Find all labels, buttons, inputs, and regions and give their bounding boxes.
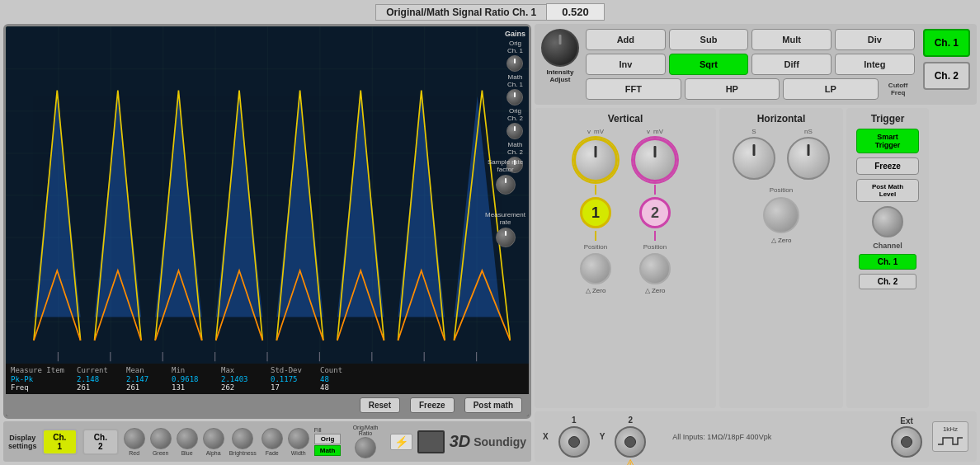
ch2-vertical-knob[interactable]: [633, 138, 677, 182]
green-knob[interactable]: [150, 428, 172, 449]
fft-button[interactable]: FFT: [586, 78, 681, 100]
fill-orig-button[interactable]: Orig: [314, 434, 342, 444]
horiz-position-label: Position: [770, 186, 793, 194]
logo-area: 3D Soundigy: [450, 432, 526, 451]
gains-math-ch1-knob[interactable]: [506, 89, 523, 106]
width-label: Width: [291, 450, 306, 456]
freeze-trigger-button[interactable]: Freeze: [856, 157, 919, 175]
integ-button[interactable]: Integ: [835, 54, 915, 75]
logo-3d-icon: 3D: [450, 432, 471, 451]
horizontal-knobs-row: S nS: [733, 128, 830, 180]
cal-freq-label: 1kHz: [943, 425, 958, 433]
orig-math-ratio-group: Orig/Math Ratio: [346, 425, 384, 458]
bnc-y2-connector: [615, 426, 646, 458]
display-settings-label: Displaysettings: [8, 434, 37, 450]
fade-knob[interactable]: [261, 428, 283, 449]
hp-button[interactable]: HP: [685, 78, 780, 100]
warning-triangle-icon: ⚠: [624, 456, 637, 465]
red-label: Red: [129, 450, 139, 456]
horiz-unit2: nS: [804, 128, 813, 135]
math-row3: FFT HP LP CutoffFreq: [586, 78, 915, 100]
display-ch1-button[interactable]: Ch. 1: [42, 429, 78, 455]
all-inputs-label: All Inputs: 1MΩ//18pF 400Vpk: [672, 433, 771, 441]
math-row1: Add Sub Mult Div: [586, 29, 915, 50]
bnc-y2-group: 2 ⚠: [615, 416, 646, 458]
gains-orig-ch2-knob[interactable]: [506, 123, 523, 139]
gains-orig-ch2-group: OrigCh. 2: [505, 107, 525, 139]
ch2-position-label: Position: [643, 243, 667, 251]
width-knob[interactable]: [288, 428, 309, 449]
trigger-ch1-button[interactable]: Ch. 1: [859, 254, 916, 270]
alpha-knob-group: Alpha: [203, 428, 224, 456]
horiz-position-knob[interactable]: [763, 197, 799, 233]
orig-math-ratio-knob[interactable]: [355, 437, 376, 458]
horiz-unit1: S: [751, 128, 756, 135]
ch1-vertical-knob[interactable]: [573, 138, 618, 182]
sqrt-button[interactable]: Sqrt: [669, 54, 749, 75]
vertical-title: Vertical: [608, 113, 643, 124]
intensity-knob[interactable]: [541, 29, 579, 67]
middle-right-area: Vertical v mV: [535, 108, 977, 408]
div-button[interactable]: Div: [835, 29, 915, 50]
ch1-top-button[interactable]: Ch. 1: [923, 29, 970, 57]
horiz-zero-label: △ Zero: [771, 237, 792, 244]
blue-label: Blue: [181, 450, 193, 456]
fill-group: Fill Orig Math: [314, 427, 342, 456]
freeze-button[interactable]: Freeze: [410, 397, 455, 413]
measure-header-row: Measure Item Current Mean Min Max Std-De…: [11, 366, 524, 374]
alpha-knob[interactable]: [203, 428, 224, 449]
green-knob-group: Green: [150, 428, 172, 456]
lp-button[interactable]: LP: [783, 78, 879, 100]
green-label: Green: [153, 450, 168, 456]
orig-math-ratio-label: Orig/Math Ratio: [346, 425, 384, 436]
reset-button[interactable]: Reset: [360, 397, 400, 413]
ch2-top-button[interactable]: Ch. 2: [923, 62, 970, 90]
sub-button[interactable]: Sub: [669, 29, 749, 50]
sample-rate-knob[interactable]: [496, 175, 516, 195]
horiz-time-knob1[interactable]: [733, 137, 775, 180]
gains-orig-ch1-knob[interactable]: [506, 55, 523, 72]
vertical-knobs-row: v mV 1 Position △ Ze: [573, 128, 677, 294]
display-ch2-button[interactable]: Ch. 2: [82, 429, 119, 455]
mult-button[interactable]: Mult: [751, 29, 832, 50]
ch2-connect-line: [654, 185, 656, 195]
top-right-area: IntensityAdjust Add Sub Mult Div Inv Sqr…: [535, 24, 977, 105]
cutoff-freq-label: CutoffFreq: [882, 82, 915, 96]
red-knob-group: Red: [124, 428, 145, 456]
measure-row-freq: Freq 261 261 131 262 17 48: [11, 383, 524, 392]
ch1-position-label: Position: [584, 243, 607, 251]
trigger-ch2-button[interactable]: Ch. 2: [859, 274, 916, 289]
measurement-rate-knob[interactable]: [496, 228, 516, 247]
inv-button[interactable]: Inv: [586, 54, 666, 75]
ch1-position-knob[interactable]: [580, 253, 611, 284]
red-knob[interactable]: [124, 428, 145, 449]
post-math-level-button[interactable]: Post MathLevel: [856, 179, 919, 202]
ch2-badge[interactable]: 2: [639, 197, 671, 228]
scope-screen: Gains OrigCh. 1 MathCh. 1 OrigCh. 2: [6, 26, 529, 364]
brightness-knob[interactable]: [232, 428, 253, 449]
diff-button[interactable]: Diff: [751, 54, 832, 75]
usb-icon: ⚡: [390, 434, 412, 450]
signal-ratio-label: Original/Math Signal Ratio Ch. 1: [375, 4, 546, 21]
ch2-position-knob[interactable]: [639, 253, 671, 284]
ch-panel: Ch. 1 Ch. 2: [923, 29, 970, 100]
smart-trigger-button[interactable]: SmartTrigger: [856, 129, 919, 153]
trigger-section: Trigger SmartTrigger Freeze Post MathLev…: [846, 108, 929, 408]
math-row2: Inv Sqrt Diff Integ: [586, 54, 915, 75]
x1-label: 1: [572, 416, 577, 425]
post-math-button[interactable]: Post math: [464, 397, 522, 413]
ch2-connect-line2: [654, 231, 656, 241]
math-operations-grid: Add Sub Mult Div Inv Sqrt Diff Integ F: [586, 29, 915, 100]
add-button[interactable]: Add: [586, 29, 666, 50]
signal-ratio-value: 0.520: [546, 3, 605, 21]
fill-math-button[interactable]: Math: [314, 445, 342, 456]
horiz-time-knob2[interactable]: [787, 137, 830, 180]
width-knob-group: Width: [288, 428, 309, 456]
blue-knob[interactable]: [177, 428, 198, 449]
ch1-badge[interactable]: 1: [580, 197, 611, 228]
ch1-zero-label: △ Zero: [586, 287, 606, 294]
x-connector-group: X: [543, 432, 549, 441]
intensity-label: IntensityAdjust: [547, 68, 574, 83]
post-math-level-knob[interactable]: [872, 206, 903, 237]
usb-port: [417, 430, 445, 453]
